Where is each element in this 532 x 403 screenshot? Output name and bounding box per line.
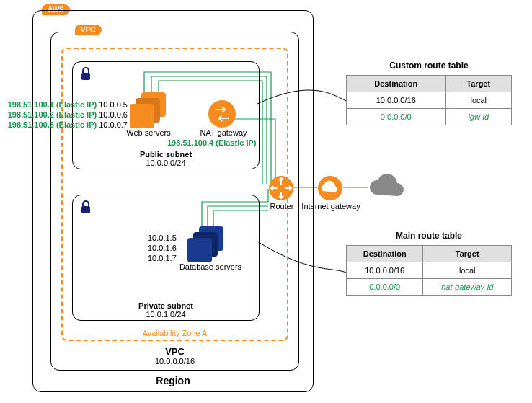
- igw-icon: [317, 175, 343, 203]
- router-label: Router: [264, 202, 300, 211]
- public-subnet-labels: Public subnet 10.0.0.0/24: [72, 150, 260, 167]
- vpc-label-block: VPC 10.0.0.0/16: [50, 346, 299, 366]
- vpc-cidr: 10.0.0.0/16: [50, 357, 299, 366]
- ct-r0-t: local: [445, 92, 511, 109]
- nat-label: NAT gateway: [187, 128, 260, 137]
- web-servers-label: Web servers: [126, 128, 171, 137]
- svg-rect-5: [81, 206, 90, 213]
- eip-1: 198.51.100.1 (Elastic IP): [8, 100, 97, 109]
- eip-3: 198.51.100.3 (Elastic IP): [8, 120, 97, 129]
- ct-r1-t: igw-id: [445, 109, 511, 125]
- mt-r0-d: 10.0.0.0/16: [347, 262, 423, 279]
- nat-eip: 198.51.100.4 (Elastic IP): [167, 138, 257, 147]
- ip-2: 10.0.0.6: [99, 110, 128, 119]
- az-label: Availability Zone A: [61, 329, 288, 337]
- mt-h-target: Target: [423, 246, 512, 262]
- ip-3: 10.0.0.7: [99, 120, 128, 129]
- lock-icon: [79, 66, 92, 82]
- db-servers-label: Database servers: [174, 262, 247, 271]
- public-subnet-label: Public subnet: [72, 150, 260, 159]
- region-label: Region: [32, 375, 314, 386]
- db-ip-1: 10.0.1.5: [148, 233, 177, 243]
- private-subnet-cidr: 10.0.1.0/24: [72, 310, 260, 319]
- main-route-table: DestinationTarget 10.0.0.0/16local 0.0.0…: [346, 245, 512, 296]
- main-table-title: Main route table: [346, 231, 512, 241]
- igw-label: Internet gateway: [300, 202, 362, 211]
- router-icon: [268, 175, 294, 203]
- ct-h-dest: Destination: [347, 76, 446, 92]
- web-eips: 198.51.100.1 (Elastic IP) 10.0.0.5 198.5…: [1, 99, 128, 130]
- ct-h-target: Target: [445, 76, 511, 92]
- svg-rect-8: [187, 238, 212, 262]
- web-servers-icon: [128, 91, 169, 130]
- eip-2: 198.51.100.2 (Elastic IP): [8, 110, 97, 119]
- public-subnet-cidr: 10.0.0.0/24: [72, 159, 260, 167]
- custom-route-table: DestinationTarget 10.0.0.0/16local 0.0.0…: [346, 75, 512, 125]
- db-servers-icon: [186, 225, 226, 264]
- cloud-icon: [366, 172, 408, 202]
- svg-rect-0: [81, 73, 90, 80]
- lock-icon-2: [79, 200, 92, 216]
- main-route-table-block: Main route table DestinationTarget 10.0.…: [346, 231, 512, 296]
- ip-1: 10.0.0.5: [99, 100, 128, 109]
- svg-point-4: [208, 100, 236, 128]
- db-ip-2: 10.0.1.6: [148, 243, 177, 253]
- ct-r0-d: 10.0.0.0/16: [347, 92, 446, 109]
- custom-route-table-block: Custom route table DestinationTarget 10.…: [346, 61, 512, 125]
- mt-r0-t: local: [423, 262, 512, 279]
- db-ips: 10.0.1.5 10.0.1.6 10.0.1.7: [148, 233, 177, 263]
- nat-gateway-icon: [208, 99, 236, 130]
- mt-h-dest: Destination: [347, 246, 423, 262]
- custom-table-title: Custom route table: [346, 61, 512, 71]
- mt-r1-d: 0.0.0.0/0: [347, 279, 423, 296]
- private-subnet-labels: Private subnet 10.0.1.0/24: [72, 301, 260, 319]
- vpc-label: VPC: [50, 346, 299, 357]
- svg-rect-3: [130, 104, 154, 128]
- mt-r1-t: nat-gateway-id: [423, 279, 512, 296]
- ct-r1-d: 0.0.0.0/0: [347, 109, 446, 125]
- db-ip-3: 10.0.1.7: [148, 253, 177, 263]
- private-subnet-label: Private subnet: [72, 301, 260, 310]
